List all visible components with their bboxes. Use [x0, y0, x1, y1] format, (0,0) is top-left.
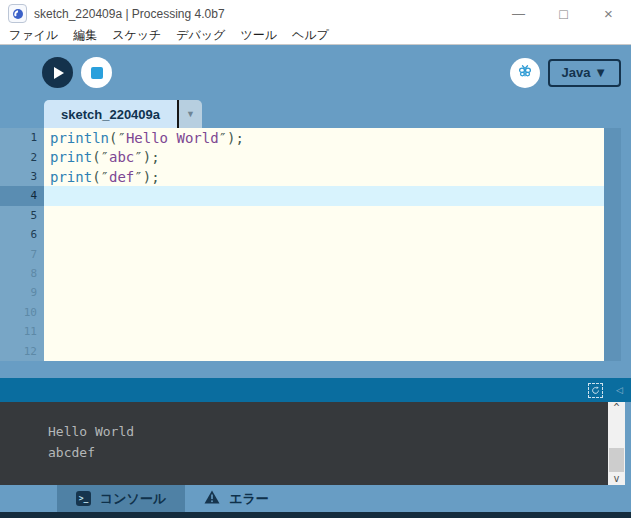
- editor-right-frame: [621, 128, 631, 361]
- console-right-frame: [625, 402, 631, 485]
- mode-selector-button[interactable]: Java ▼: [548, 59, 621, 87]
- gutter-line-number: 10: [0, 303, 44, 322]
- gutter-line-number: 8: [0, 264, 44, 283]
- code-token: ″);: [219, 130, 244, 146]
- titlebar: sketch_220409a | Processing 4.0b7 — □ ×: [0, 0, 631, 27]
- console-output: Hello Worldabcdef: [0, 402, 608, 485]
- gutter-line-number: 5: [0, 206, 44, 225]
- bottom-tab-bar: >_ コンソール エラー: [0, 485, 631, 512]
- clear-console-icon[interactable]: [588, 383, 603, 398]
- tab-errors[interactable]: エラー: [185, 485, 288, 512]
- menubar: ファイル編集スケッチデバッグツールヘルプ: [0, 27, 631, 45]
- code-editor: 123456789101112 println(″Hello World″);p…: [0, 128, 631, 361]
- code-token: ″);: [134, 149, 159, 165]
- gutter-line-number: 11: [0, 322, 44, 341]
- bottom-frame-strip: [0, 512, 631, 518]
- console-panel: Hello Worldabcdef ^ v: [0, 402, 631, 485]
- code-token: (″: [109, 130, 126, 146]
- menu-item[interactable]: デバッグ: [176, 27, 225, 44]
- code-line[interactable]: println(″Hello World″);: [44, 128, 604, 147]
- code-line[interactable]: [44, 206, 604, 225]
- code-token: Hello World: [126, 130, 219, 146]
- console-scrollbar[interactable]: ^ v: [608, 402, 625, 485]
- gutter-line-number: 9: [0, 283, 44, 302]
- window-controls: — □ ×: [496, 0, 631, 27]
- menu-item[interactable]: ツール: [240, 27, 277, 44]
- code-line[interactable]: [44, 303, 604, 322]
- gutter-line-number: 7: [0, 244, 44, 263]
- window-title: sketch_220409a | Processing 4.0b7: [34, 7, 225, 21]
- stop-icon: [91, 67, 103, 79]
- sketch-tab-row: sketch_220409a ▼: [0, 100, 631, 128]
- console-line: Hello World: [48, 421, 608, 442]
- code-line[interactable]: [44, 225, 604, 244]
- menu-item[interactable]: スケッチ: [112, 27, 161, 44]
- menu-item[interactable]: 編集: [73, 27, 97, 44]
- code-token: (″: [92, 149, 109, 165]
- editor-console-splitter[interactable]: [0, 361, 631, 378]
- code-token: print: [50, 169, 92, 185]
- editor-gutter: 123456789101112: [0, 128, 44, 361]
- scroll-up-icon[interactable]: ^: [613, 403, 619, 413]
- chevron-down-icon: ▼: [186, 109, 195, 119]
- sketch-tab-label[interactable]: sketch_220409a: [44, 100, 177, 128]
- stop-button[interactable]: [81, 57, 112, 88]
- tab-console-label: コンソール: [100, 490, 166, 508]
- code-line[interactable]: [44, 264, 604, 283]
- toolbar: Java ▼: [0, 45, 631, 100]
- scrollbar-thumb[interactable]: [609, 448, 624, 472]
- code-line[interactable]: print(″abc″);: [44, 147, 604, 166]
- tab-console[interactable]: >_ コンソール: [57, 485, 185, 512]
- tab-errors-label: エラー: [229, 490, 269, 508]
- console-line: abcdef: [48, 442, 608, 463]
- gutter-line-number: 3: [0, 167, 44, 186]
- code-line[interactable]: [44, 244, 604, 263]
- menu-item[interactable]: ファイル: [9, 27, 58, 44]
- close-icon[interactable]: ×: [586, 0, 631, 27]
- code-token: abc: [109, 149, 134, 165]
- code-line[interactable]: [44, 186, 604, 205]
- gutter-line-number: 6: [0, 225, 44, 244]
- gutter-line-number: 12: [0, 341, 44, 360]
- code-token: (″: [92, 169, 109, 185]
- code-token: ″);: [134, 169, 159, 185]
- butterfly-debug-icon: [516, 62, 534, 84]
- gutter-line-number: 1: [0, 128, 44, 147]
- processing-window: sketch_220409a | Processing 4.0b7 — □ × …: [0, 0, 631, 518]
- collapse-console-icon[interactable]: ◁: [616, 386, 623, 395]
- code-line[interactable]: [44, 341, 604, 360]
- code-line[interactable]: print(″def″);: [44, 167, 604, 186]
- run-button[interactable]: [42, 57, 73, 88]
- gutter-line-number: 2: [0, 147, 44, 166]
- play-icon: [54, 67, 64, 79]
- tab-dropdown-button[interactable]: ▼: [179, 100, 202, 128]
- warning-triangle-icon: [204, 490, 220, 507]
- code-area[interactable]: println(″Hello World″);print(″abc″);prin…: [44, 128, 604, 361]
- gutter-line-number: 4: [0, 186, 44, 205]
- code-line[interactable]: [44, 322, 604, 341]
- debug-button[interactable]: [510, 58, 540, 88]
- code-token: def: [109, 169, 134, 185]
- sketch-tab[interactable]: sketch_220409a ▼: [44, 100, 202, 128]
- minimize-icon[interactable]: —: [496, 0, 541, 27]
- code-token: println: [50, 130, 109, 146]
- code-line[interactable]: [44, 283, 604, 302]
- code-token: print: [50, 149, 92, 165]
- menu-item[interactable]: ヘルプ: [292, 27, 329, 44]
- editor-scrollbar-track[interactable]: [604, 128, 621, 361]
- processing-logo-icon: [8, 4, 27, 23]
- maximize-icon[interactable]: □: [541, 0, 586, 27]
- terminal-icon: >_: [76, 491, 91, 506]
- console-header: ◁: [0, 378, 631, 402]
- scroll-down-icon[interactable]: v: [613, 474, 619, 484]
